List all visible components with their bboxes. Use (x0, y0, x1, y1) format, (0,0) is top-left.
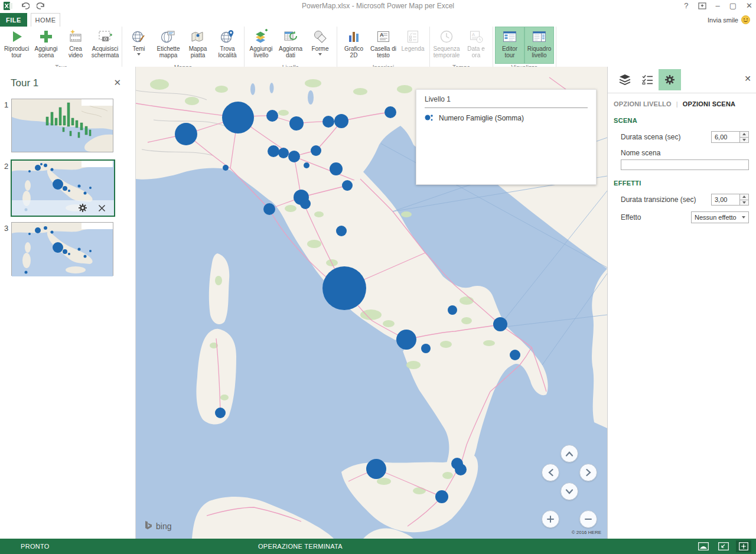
editor-tour-label: Editor tour (497, 45, 523, 58)
scene-overlay (12, 200, 114, 216)
scene-delete-icon[interactable] (98, 204, 106, 212)
map-bubble[interactable] (175, 123, 197, 145)
map-bubble[interactable] (223, 165, 229, 171)
durata-transizione-decrement-button[interactable] (740, 200, 748, 206)
map-bubble[interactable] (510, 350, 520, 360)
pan-right-button[interactable] (579, 464, 597, 481)
screenshot-icon (97, 29, 113, 44)
map-bubble[interactable] (289, 116, 304, 131)
map-bubble[interactable] (330, 162, 343, 175)
aggiungi-livello-button[interactable]: Aggiungi livello (246, 27, 276, 64)
crea-video-button[interactable]: Crea video (61, 27, 90, 64)
zoom-in-button[interactable] (542, 510, 559, 528)
durata-scena-value[interactable]: 6,00 (711, 131, 739, 143)
tab-settings[interactable] (659, 69, 681, 90)
status-message: OPERAZIONE TERMINATA (258, 543, 343, 550)
status-ready: PRONTO (0, 543, 50, 550)
etichette-mappa-button[interactable]: Etichette mappa (154, 27, 183, 64)
tour-panel-close-icon[interactable]: ✕ (113, 77, 121, 88)
create-video-icon (68, 29, 83, 44)
editor-tour-button[interactable]: Editor tour (495, 27, 524, 64)
help-button[interactable]: ? (684, 1, 688, 11)
effetto-dropdown[interactable]: Nessun effetto (691, 211, 749, 223)
pan-down-button[interactable] (561, 483, 578, 500)
map-bubble[interactable] (322, 116, 334, 128)
minimize-button[interactable]: – (716, 1, 720, 11)
zoom-out-button[interactable] (579, 510, 597, 528)
aggiorna-dati-button[interactable]: Aggiorna dati (276, 27, 305, 64)
map-bubble[interactable] (334, 114, 348, 128)
nome-scena-input[interactable] (621, 159, 749, 170)
acquisisci-schermata-button[interactable]: Acquisisci schermata (90, 27, 120, 64)
map-bubble[interactable] (311, 145, 321, 156)
options-panel-close-icon[interactable]: ✕ (744, 74, 751, 83)
scene-thumbnail-1[interactable] (11, 99, 113, 152)
map-bubble[interactable] (278, 148, 289, 158)
screenshot-view-icon[interactable] (696, 540, 711, 552)
close-button[interactable]: ✕ (746, 1, 752, 11)
riproduci-tour-button[interactable]: Riproduci tour (2, 27, 31, 64)
ribbon-display-options-icon[interactable] (698, 2, 706, 9)
casella-di-testo-button[interactable]: ACasella di testo (369, 27, 398, 64)
scene-number: 1 (4, 100, 8, 109)
trova-localit--button[interactable]: Trova località (213, 27, 242, 64)
capture-region-icon[interactable] (716, 540, 731, 552)
smiley-icon[interactable] (741, 15, 750, 24)
map-bubble[interactable] (288, 151, 300, 162)
grafico-2d-button[interactable]: Grafico 2D (339, 27, 369, 64)
map-bubble[interactable] (322, 266, 366, 310)
tab-layers[interactable] (614, 69, 636, 90)
map-bubble[interactable] (448, 305, 457, 315)
temi-label: Temi (132, 45, 145, 52)
durata-transizione-value[interactable]: 3,00 (711, 194, 739, 206)
ribbon-group-mappa: TemiEtichette mappaMappa piattaTrova loc… (122, 27, 245, 67)
invia-smile-label[interactable]: Invia smile (708, 17, 738, 24)
map-bubble[interactable] (300, 198, 311, 209)
durata-scena-increment-button[interactable] (740, 132, 748, 137)
scene-thumbnail-2[interactable] (11, 159, 115, 217)
tab-file[interactable]: FILE (0, 13, 27, 27)
map-bubble[interactable] (366, 459, 386, 479)
map-bubble[interactable] (304, 162, 309, 168)
scene-thumbnail-3[interactable] (11, 222, 113, 276)
fullscreen-icon[interactable] (736, 540, 751, 552)
ribbon-tab-row: FILE HOME Invia smile (0, 13, 756, 27)
map-bubble[interactable] (268, 145, 279, 157)
map-bubble[interactable] (435, 490, 448, 503)
map-bubble[interactable] (336, 226, 347, 236)
durata-transizione-increment-button[interactable] (740, 194, 748, 200)
map-bubble[interactable] (396, 330, 416, 350)
map-bubble[interactable] (215, 408, 226, 418)
forme-button[interactable]: Forme (305, 27, 335, 64)
pan-up-button[interactable] (561, 445, 578, 462)
temi-button[interactable]: Temi (124, 27, 154, 64)
tab-opzioni-livello[interactable]: OPZIONI LIVELLO (614, 100, 672, 107)
maximize-button[interactable]: ▢ (729, 1, 737, 11)
map-bubble[interactable] (222, 102, 254, 133)
bing-icon (144, 521, 153, 531)
pan-left-button[interactable] (542, 464, 559, 481)
durata-scena-decrement-button[interactable] (740, 137, 748, 143)
map-bubble[interactable] (263, 203, 275, 215)
map-bubble[interactable] (384, 106, 396, 118)
riquadro-livello-button[interactable]: Riquadro livello (524, 27, 554, 64)
tab-opzioni-scena[interactable]: OPZIONI SCENA (683, 100, 735, 107)
durata-transizione-stepper[interactable]: 3,00 (711, 194, 749, 206)
effetto-value: Nessun effetto (695, 214, 737, 221)
tab-field-list[interactable] (636, 69, 659, 90)
mappa-piatta-button[interactable]: Mappa piatta (183, 27, 213, 64)
map-bubble[interactable] (493, 317, 507, 331)
map-bubble[interactable] (455, 464, 467, 475)
map-legend[interactable]: Livello 1 Numero Famiglie (Somma) (416, 89, 597, 185)
bubble-series-icon (425, 114, 434, 122)
durata-scena-stepper[interactable]: 6,00 (711, 131, 749, 143)
tab-home[interactable]: HOME (31, 13, 60, 27)
map-canvas[interactable]: Livello 1 Numero Famiglie (Somma) (136, 67, 607, 539)
map-bubble[interactable] (421, 344, 431, 353)
map-bubble[interactable] (266, 110, 278, 122)
map-bubble[interactable] (342, 180, 353, 191)
aggiungi-scena-button[interactable]: Aggiungi scena (31, 27, 61, 64)
riproduci-tour-label: Riproduci tour (4, 45, 30, 58)
themes-icon (131, 29, 146, 44)
scene-settings-gear-icon[interactable] (78, 203, 87, 213)
